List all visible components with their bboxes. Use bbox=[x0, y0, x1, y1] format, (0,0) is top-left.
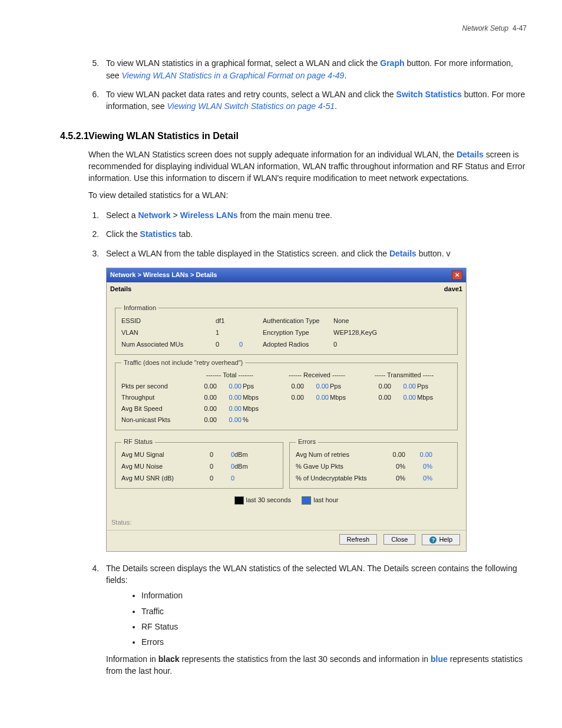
color-explanation: Information in black represents the stat… bbox=[106, 653, 527, 677]
step-5: To view WLAN statistics in a graphical f… bbox=[101, 57, 527, 81]
details-dialog: Network > Wireless LANs > Details ✕ Deta… bbox=[106, 268, 467, 552]
errors-group: Errors Avg Num of retries0.000.00 % Gave… bbox=[289, 437, 458, 489]
step-4: The Details screen displays the WLAN sta… bbox=[101, 562, 527, 677]
section-name: Network Setup bbox=[462, 24, 509, 32]
field-rf-status: RF Status bbox=[141, 621, 527, 633]
substep-2: Click the Statistics tab. bbox=[101, 228, 527, 240]
close-icon[interactable]: ✕ bbox=[452, 271, 462, 280]
link-switch-stats[interactable]: Viewing WLAN Switch Statistics on page 4… bbox=[167, 101, 335, 111]
status-label: Status: bbox=[107, 516, 466, 530]
step-6: To view WLAN packet data rates and retry… bbox=[101, 88, 527, 113]
color-legend: last 30 seconds last hour bbox=[115, 492, 458, 511]
close-button[interactable]: Close bbox=[384, 534, 415, 545]
intro-lead: To view detailed statistics for a WLAN: bbox=[88, 189, 527, 201]
information-group: Information ESSIDdf1 Authentication Type… bbox=[115, 304, 458, 355]
traffic-group: Traffic (does not include "retry overhea… bbox=[115, 358, 458, 431]
dialog-titlebar: Network > Wireless LANs > Details ✕ bbox=[107, 268, 466, 282]
section-heading: 4.5.2.1Viewing WLAN Statistics in Detail bbox=[88, 129, 527, 143]
page-number: 4-47 bbox=[513, 24, 527, 32]
help-button[interactable]: ?Help bbox=[422, 534, 460, 545]
user-label: dave1 bbox=[444, 285, 462, 294]
rf-status-group: RF Status Avg MU Signal00dBm Avg MU Nois… bbox=[115, 437, 283, 489]
substep-1: Select a Network > Wireless LANs from th… bbox=[101, 209, 527, 221]
help-icon: ? bbox=[429, 536, 437, 543]
dialog-subheader: Details dave1 bbox=[107, 282, 466, 297]
link-graphical-stats[interactable]: Viewing WLAN Statistics in a Graphical F… bbox=[121, 71, 344, 80]
field-errors: Errors bbox=[141, 636, 527, 648]
refresh-button[interactable]: Refresh bbox=[339, 534, 378, 545]
field-traffic: Traffic bbox=[141, 605, 527, 617]
swatch-blue-icon bbox=[302, 496, 311, 505]
swatch-black-icon bbox=[234, 496, 244, 505]
page-header: Network Setup 4-47 bbox=[35, 24, 527, 34]
field-information: Information bbox=[141, 589, 527, 601]
details-screen-ref: Details bbox=[457, 150, 484, 159]
button-bar: Refresh Close ?Help bbox=[107, 530, 466, 551]
dialog-breadcrumb: Network > Wireless LANs > Details bbox=[110, 271, 452, 280]
graph-button-ref: Graph bbox=[380, 58, 404, 68]
intro-paragraph: When the WLAN Statistics screen does not… bbox=[88, 149, 527, 185]
substep-3: Select a WLAN from the table displayed i… bbox=[101, 248, 527, 259]
switch-stats-button-ref: Switch Statistics bbox=[396, 90, 462, 99]
